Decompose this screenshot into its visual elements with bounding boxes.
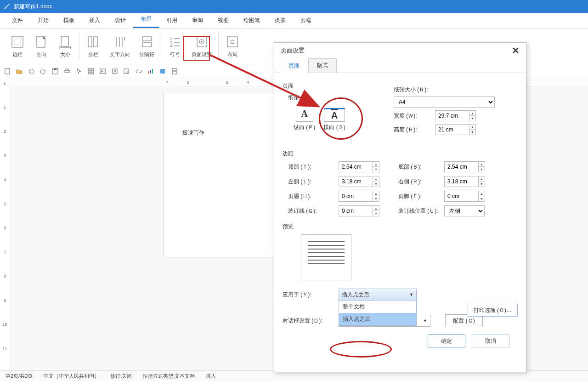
height-input[interactable]: [435, 124, 469, 135]
footer-input[interactable]: [444, 191, 478, 202]
symbol-icon[interactable]: π: [123, 68, 130, 75]
orientation-landscape[interactable]: A 横向 (Ｓ): [323, 108, 345, 131]
tab-template[interactable]: 模板: [56, 13, 82, 28]
tab-insert[interactable]: 插入: [82, 13, 107, 28]
apply-label: 应用于 (Ｙ):: [283, 291, 333, 299]
status-language[interactable]: 中文（中华人民共和国）: [44, 373, 99, 380]
svg-text:T: T: [123, 36, 126, 41]
tab-start[interactable]: 开始: [30, 13, 56, 28]
spin-down-icon[interactable]: ▼: [469, 116, 475, 121]
status-shortcut: 快捷方式类型:文本文档: [143, 373, 195, 380]
ribbon-margin[interactable]: 边距: [6, 34, 29, 59]
section-margin: 边距: [283, 150, 518, 158]
bottom-input[interactable]: [444, 161, 478, 172]
redo-icon[interactable]: [40, 68, 47, 75]
save-icon[interactable]: [51, 68, 59, 75]
dialog-tab-format[interactable]: 版式: [308, 58, 337, 73]
height-spinner[interactable]: ▲▼: [435, 124, 476, 135]
page-break-icon[interactable]: [171, 68, 178, 75]
close-icon[interactable]: ✕: [512, 45, 520, 56]
status-track[interactable]: 修订:关闭: [110, 373, 132, 380]
gutter-input[interactable]: [339, 205, 373, 216]
right-input[interactable]: [444, 176, 478, 187]
svg-rect-42: [148, 71, 149, 74]
tab-reference[interactable]: 引用: [159, 13, 185, 28]
cancel-button[interactable]: 取消: [472, 335, 509, 347]
svg-rect-3: [61, 36, 68, 46]
width-label: 宽度 (Ｗ):: [394, 112, 435, 120]
tab-replace[interactable]: 换肤: [267, 13, 293, 28]
header-spinner[interactable]: ▲▼: [339, 191, 398, 202]
header-input[interactable]: [339, 191, 373, 202]
footer-label: 页脚 (Ｆ):: [398, 193, 444, 200]
direction-icon: [34, 34, 49, 49]
tab-view[interactable]: 视图: [210, 13, 236, 28]
ribbon-arrange[interactable]: 布局: [220, 34, 244, 59]
chart-icon[interactable]: [147, 68, 154, 75]
status-page[interactable]: 第2页/共2页: [6, 373, 33, 380]
apply-option-whole[interactable]: 整个文档: [339, 301, 416, 313]
page-setup-dialog: 页面设置 ✕ 页面 版式 页面 纸张 A 纵向 (Ｐ) A 横向 (Ｓ) 纸张大…: [274, 42, 526, 372]
papersize-label: 纸张大小 (Ｒ):: [394, 86, 435, 94]
tab-file[interactable]: 文件: [5, 13, 30, 28]
spin-up-icon[interactable]: ▲: [469, 125, 475, 130]
spin-down-icon[interactable]: ▼: [469, 130, 475, 135]
object-icon[interactable]: [111, 68, 119, 75]
ribbon-size[interactable]: 大小: [53, 34, 77, 59]
footer-spinner[interactable]: ▲▼: [444, 191, 504, 202]
spin-up-icon[interactable]: ▲: [469, 111, 475, 116]
svg-rect-46: [172, 68, 177, 71]
paper-size-panel: 纸张大小 (Ｒ): A4 宽度 (Ｗ): ▲▼ 高度 (Ｈ): ▲▼: [394, 83, 513, 138]
top-spinner[interactable]: ▲▼: [339, 161, 398, 172]
ribbon-textdir[interactable]: T 文字方向: [105, 34, 135, 59]
menubar: 文件 开始 模板 插入 设计 布局 引用 审阅 视图 绘图笔 换肤 云端: [0, 13, 588, 28]
tab-design[interactable]: 设计: [107, 13, 133, 28]
svg-rect-24: [227, 37, 237, 47]
document-page[interactable]: 极速写作: [164, 92, 283, 257]
cursor-icon[interactable]: [75, 68, 83, 75]
right-spinner[interactable]: ▲▼: [444, 176, 504, 187]
orientation-portrait[interactable]: A 纵向 (Ｐ): [294, 105, 315, 131]
ribbon-pagesetup[interactable]: 页面设置: [187, 34, 216, 59]
right-label: 右侧 (Ｒ):: [398, 178, 444, 186]
width-input[interactable]: [435, 110, 469, 121]
undo-icon[interactable]: [28, 68, 35, 75]
left-spinner[interactable]: ▲▼: [339, 176, 398, 187]
print-options-button[interactable]: 打印选项 (Ｏ)…: [468, 304, 518, 317]
left-input[interactable]: [339, 176, 373, 187]
table-icon[interactable]: [87, 68, 95, 75]
tab-drawpen[interactable]: 绘图笔: [236, 13, 267, 28]
color-icon[interactable]: [159, 68, 166, 75]
ok-button[interactable]: 确定: [428, 335, 465, 347]
print-icon[interactable]: [63, 68, 71, 75]
status-insert[interactable]: 插入: [206, 373, 216, 380]
ribbon-separator-btn[interactable]: 分隔符: [135, 34, 159, 59]
bottom-spinner[interactable]: ▲▼: [444, 161, 504, 172]
apply-option-after[interactable]: 插入点之后: [339, 313, 416, 325]
document-text: 极速写作: [182, 130, 204, 136]
tab-layout[interactable]: 布局: [133, 11, 159, 28]
apply-dropdown[interactable]: 插入点之后 ▼: [339, 289, 417, 301]
document-title: 新建写作1.docx: [14, 3, 52, 11]
gutterpos-select[interactable]: 左侧: [444, 205, 485, 216]
link-icon[interactable]: [135, 68, 142, 75]
ribbon-pagesetup-label: 页面设置: [192, 51, 212, 58]
dialog-tab-page[interactable]: 页面: [280, 59, 308, 73]
gutterpos-label: 装订线位置 (Ｕ):: [398, 207, 444, 215]
gutter-label: 装订线 (Ｇ):: [288, 207, 339, 215]
tab-cloud[interactable]: 云端: [293, 13, 319, 28]
top-input[interactable]: [339, 161, 373, 172]
open-icon[interactable]: [16, 68, 23, 75]
ribbon-column[interactable]: 分栏: [81, 34, 105, 59]
apply-dropdown-wrap: 插入点之后 ▼ 整个文档 插入点之后: [339, 289, 417, 301]
ribbon-lineno[interactable]: 123 行号: [163, 34, 187, 59]
tab-review[interactable]: 审阅: [185, 13, 210, 28]
papersize-select[interactable]: A4: [394, 96, 495, 108]
gutter-spinner[interactable]: ▲▼: [339, 205, 398, 216]
new-doc-icon[interactable]: [4, 68, 11, 75]
column-icon: [86, 34, 101, 49]
image-icon[interactable]: [99, 68, 107, 75]
svg-rect-1: [14, 39, 21, 45]
ribbon-direction[interactable]: 方向: [29, 34, 53, 59]
width-spinner[interactable]: ▲▼: [435, 110, 476, 121]
